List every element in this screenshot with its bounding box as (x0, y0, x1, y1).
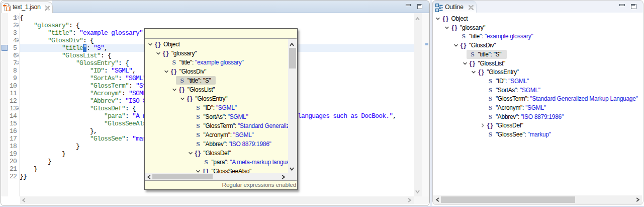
svg-text:{}: {} (6, 7, 11, 12)
